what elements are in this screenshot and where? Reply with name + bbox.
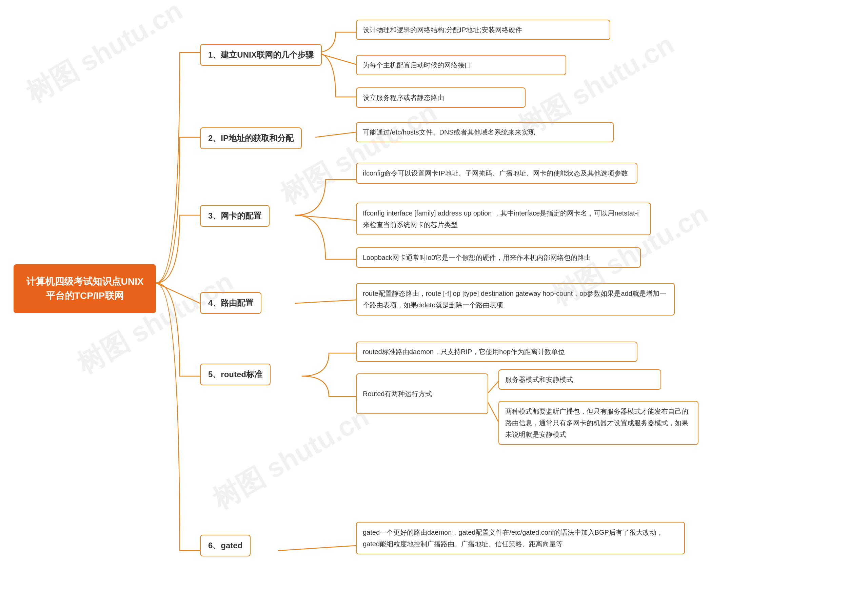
leaf-1a: 设计物理和逻辑的网络结构;分配IP地址;安装网络硬件: [356, 20, 610, 40]
leaf-6a: gated一个更好的路由daemon，gated配置文件在/etc/gated.…: [356, 522, 685, 554]
leaf-3b: Ifconfig interface [family] address up o…: [356, 203, 651, 235]
branch-6: 6、gated: [200, 535, 251, 556]
watermark-1: 树图 shutu.cn: [20, 0, 189, 112]
branch-1: 1、建立UNIX联网的几个步骤: [200, 44, 322, 66]
branch-6-label: 6、gated: [208, 541, 242, 550]
branch-3-label: 3、网卡的配置: [208, 211, 261, 220]
branch-2: 2、IP地址的获取和分配: [200, 127, 302, 149]
leaf-3a: ifconfig命令可以设置网卡IP地址、子网掩码、广播地址、网卡的使能状态及其…: [356, 163, 637, 184]
leaf-5a: routed标准路由daemon，只支持RIP，它使用hop作为距离计数单位: [356, 342, 637, 362]
watermark-4: 树图 shutu.cn: [206, 399, 376, 518]
leaf-5c: 服务器模式和安静模式: [498, 369, 661, 390]
leaf-5d: 两种模式都要监听广播包，但只有服务器模式才能发布自己的路由信息，通常只有多网卡的…: [498, 401, 699, 445]
root-label: 计算机四级考试知识点UNIX平台的TCP/IP联网: [26, 276, 144, 301]
mind-map: 树图 shutu.cn 树图 shutu.cn 树图 shutu.cn 树图 s…: [0, 0, 868, 613]
leaf-5b: Routed有两种运行方式: [356, 373, 488, 414]
branch-5: 5、routed标准: [200, 364, 271, 385]
leaf-1c: 设立服务程序或者静态路由: [356, 87, 525, 108]
leaf-4a: route配置静态路由，route [-f] op [type] destina…: [356, 283, 675, 316]
leaf-3c: Loopback网卡通常叫lo0它是一个假想的硬件，用来作本机内部网络包的路由: [356, 248, 641, 268]
branch-3: 3、网卡的配置: [200, 205, 270, 227]
root-node: 计算机四级考试知识点UNIX平台的TCP/IP联网: [14, 264, 156, 313]
branch-5-label: 5、routed标准: [208, 370, 262, 379]
leaf-2a: 可能通过/etc/hosts文件、DNS或者其他域名系统来来实现: [356, 122, 614, 142]
branch-4: 4、路由配置: [200, 292, 261, 314]
leaf-1b: 为每个主机配置启动时候的网络接口: [356, 55, 566, 75]
branch-4-label: 4、路由配置: [208, 298, 253, 307]
watermark-2: 树图 shutu.cn: [274, 94, 443, 213]
branch-2-label: 2、IP地址的获取和分配: [208, 133, 294, 142]
branch-1-label: 1、建立UNIX联网的几个步骤: [208, 50, 314, 59]
